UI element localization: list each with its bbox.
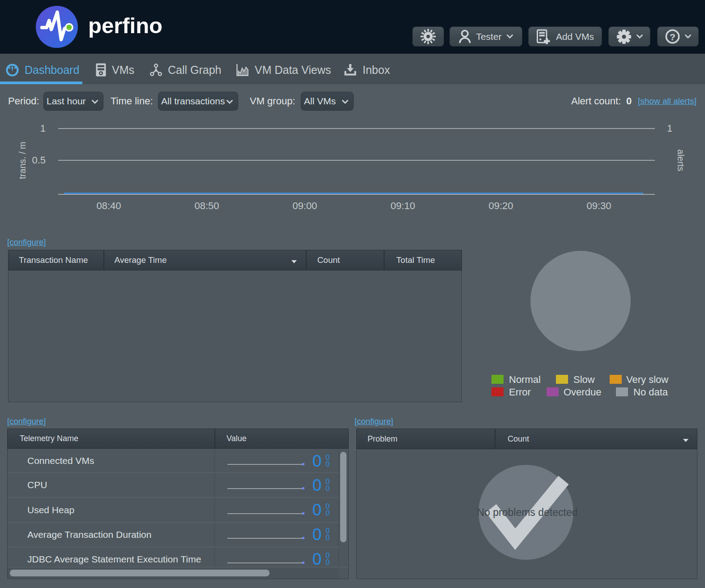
svg-text:?: ? <box>670 32 675 42</box>
